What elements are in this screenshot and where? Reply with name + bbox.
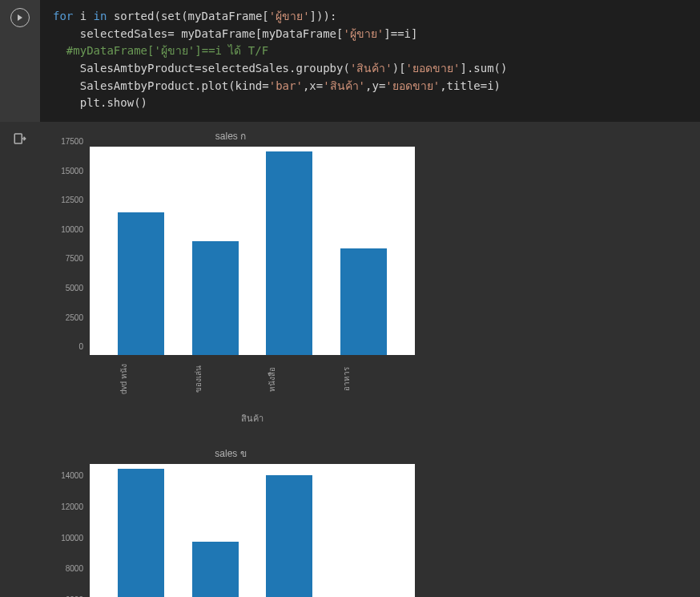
output-content: sales ก 02500500075001000012500150001750… <box>40 128 700 597</box>
bar <box>118 469 164 597</box>
svg-rect-0 <box>14 134 22 143</box>
bar <box>118 212 164 355</box>
keyword-for: for <box>53 10 73 22</box>
code-cell: for i in sorted(set(myDataFrame['ผู้ขาย'… <box>0 0 700 122</box>
run-button[interactable] <box>10 8 30 27</box>
code-comment: #myDataFrame['ผู้ขาย']==i ได้ T/F <box>53 44 268 57</box>
y-tick-label: 0 <box>78 342 83 351</box>
y-tick-label: 17500 <box>61 137 83 146</box>
y-tick-label: 12000 <box>61 502 83 511</box>
x-tick-label: หนังสือ <box>266 357 312 401</box>
y-tick-label: 14000 <box>61 471 83 480</box>
x-tick-label: dvd หนัง <box>118 357 164 401</box>
y-tick-label: 10000 <box>61 224 83 233</box>
y-axis-ticks: 60008000100001200014000 <box>46 464 86 597</box>
code-editor[interactable]: for i in sorted(set(myDataFrame['ผู้ขาย'… <box>40 0 700 122</box>
chart-1: sales ก 02500500075001000012500150001750… <box>46 128 700 431</box>
bars-container <box>90 464 415 597</box>
x-axis-title: สินค้า <box>90 411 415 426</box>
output-icon[interactable] <box>13 131 27 146</box>
y-axis-ticks: 025005000750010000125001500017500 <box>46 147 86 355</box>
bar <box>266 475 312 597</box>
y-tick-label: 12500 <box>61 196 83 204</box>
output-gutter <box>0 128 40 597</box>
y-tick-label: 15000 <box>61 166 83 175</box>
y-tick-label: 7500 <box>66 254 83 263</box>
bars-container <box>90 147 415 355</box>
chart-title: sales ข <box>46 446 415 461</box>
output-area: sales ก 02500500075001000012500150001750… <box>0 122 700 597</box>
x-tick-label: อาหาร <box>340 357 387 401</box>
bar <box>192 241 239 355</box>
y-tick-label: 5000 <box>66 283 83 292</box>
cell-gutter <box>0 0 40 122</box>
x-tick-label: ของเล่น <box>192 357 239 401</box>
chart-2: sales ข 60008000100001200014000 <box>46 446 700 597</box>
chart-title: sales ก <box>46 128 415 143</box>
bar <box>340 248 387 355</box>
bar <box>266 151 312 356</box>
bar <box>192 542 239 597</box>
play-icon <box>16 14 24 22</box>
y-tick-label: 10000 <box>61 533 83 542</box>
y-tick-label: 8000 <box>66 564 83 573</box>
y-tick-label: 2500 <box>66 313 83 321</box>
keyword-in: in <box>94 10 107 22</box>
x-axis-labels: dvd หนังของเล่นหนังสืออาหาร <box>90 357 415 401</box>
